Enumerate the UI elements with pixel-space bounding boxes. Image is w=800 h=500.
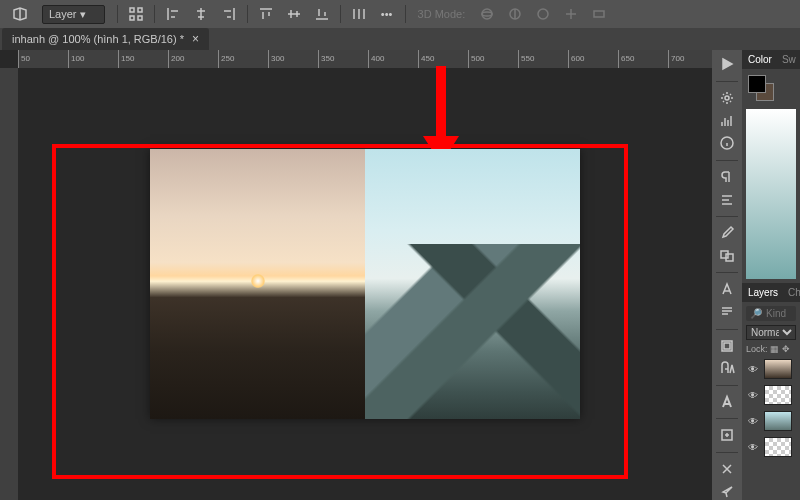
separator bbox=[117, 5, 118, 23]
clone-source-icon[interactable] bbox=[714, 248, 740, 265]
svg-rect-2 bbox=[130, 16, 134, 20]
color-picker-field[interactable] bbox=[746, 109, 796, 279]
align-top-icon[interactable] bbox=[254, 3, 278, 25]
ruler-tick: 150 bbox=[118, 50, 168, 68]
document-tabstrip: inhanh @ 100% (hình 1, RGB/16) * × bbox=[0, 28, 800, 50]
separator bbox=[340, 5, 341, 23]
character-icon[interactable] bbox=[714, 281, 740, 298]
options-bar: Layer ▾ ••• 3D Mode: bbox=[0, 0, 800, 28]
separator bbox=[154, 5, 155, 23]
svg-rect-1 bbox=[138, 8, 142, 12]
layer-thumbnail[interactable] bbox=[764, 359, 792, 379]
svg-rect-3 bbox=[138, 16, 142, 20]
tab-color[interactable]: Color bbox=[748, 54, 772, 65]
layer-row[interactable]: 👁 bbox=[746, 358, 796, 380]
ruler-tick: 650 bbox=[618, 50, 668, 68]
ruler-tick: 300 bbox=[268, 50, 318, 68]
separator bbox=[405, 5, 406, 23]
layers-panel-body: 🔎 Normal Lock: ▦ ✥ 👁 👁 👁 bbox=[742, 302, 800, 500]
roll-3d-icon bbox=[503, 3, 527, 25]
blend-mode-select[interactable]: Normal bbox=[746, 325, 796, 340]
separator bbox=[716, 418, 738, 419]
histogram-icon[interactable] bbox=[714, 112, 740, 129]
align-hcenter-icon[interactable] bbox=[189, 3, 213, 25]
layers-filter-row[interactable]: 🔎 bbox=[746, 306, 796, 321]
svg-point-7 bbox=[538, 9, 548, 19]
align-bottom-icon[interactable] bbox=[310, 3, 334, 25]
info-icon[interactable] bbox=[714, 135, 740, 152]
tab-swatches[interactable]: Sw bbox=[782, 54, 796, 65]
align-left-icon[interactable] bbox=[161, 3, 185, 25]
foreground-color-swatch[interactable] bbox=[748, 75, 766, 93]
document-tab[interactable]: inhanh @ 100% (hình 1, RGB/16) * × bbox=[2, 28, 209, 50]
align-vcenter-icon[interactable] bbox=[282, 3, 306, 25]
visibility-icon[interactable]: 👁 bbox=[746, 390, 760, 401]
visibility-icon[interactable]: 👁 bbox=[746, 442, 760, 453]
styles-icon[interactable] bbox=[714, 394, 740, 411]
layer-comps-icon[interactable] bbox=[714, 337, 740, 354]
play-icon[interactable] bbox=[714, 56, 740, 73]
layer-thumbnail[interactable] bbox=[764, 385, 792, 405]
auto-select-icon[interactable] bbox=[8, 3, 32, 25]
image-sunset bbox=[150, 149, 365, 419]
canvas-document[interactable] bbox=[150, 149, 580, 419]
color-panel-tabs: Color Sw bbox=[742, 50, 800, 69]
align-panel-icon[interactable] bbox=[714, 191, 740, 208]
ruler-tick: 600 bbox=[568, 50, 618, 68]
ruler-tick: 500 bbox=[468, 50, 518, 68]
transform-controls-icon[interactable] bbox=[124, 3, 148, 25]
brush-settings-icon[interactable] bbox=[714, 90, 740, 107]
paragraph-icon[interactable] bbox=[714, 169, 740, 186]
ruler-tick: 100 bbox=[68, 50, 118, 68]
svg-point-9 bbox=[725, 96, 729, 100]
panel-dock: Color Sw Layers Ch 🔎 Normal Lock: ▦ ✥ bbox=[742, 50, 800, 500]
canvas-viewport[interactable] bbox=[18, 68, 712, 500]
image-mountains bbox=[365, 149, 580, 419]
layer-thumbnail[interactable] bbox=[764, 437, 792, 457]
separator bbox=[716, 272, 738, 273]
layer-row[interactable]: 👁 bbox=[746, 384, 796, 406]
fg-bg-swatches[interactable] bbox=[742, 69, 800, 109]
more-align-button[interactable]: ••• bbox=[375, 3, 399, 25]
glyphs-icon[interactable] bbox=[714, 360, 740, 377]
layer-row[interactable]: 👁 bbox=[746, 410, 796, 432]
document-tab-title: inhanh @ 100% (hình 1, RGB/16) * bbox=[12, 33, 184, 45]
slide-3d-icon bbox=[559, 3, 583, 25]
visibility-icon[interactable]: 👁 bbox=[746, 416, 760, 427]
tool-presets-icon[interactable] bbox=[714, 461, 740, 478]
more-label: ••• bbox=[381, 8, 393, 20]
svg-rect-0 bbox=[130, 8, 134, 12]
paragraph2-icon[interactable] bbox=[714, 304, 740, 321]
mode3d-label: 3D Mode: bbox=[412, 8, 472, 20]
tab-layers[interactable]: Layers bbox=[748, 287, 778, 298]
separator bbox=[716, 385, 738, 386]
layer-row[interactable]: 👁 bbox=[746, 436, 796, 458]
brushes-icon[interactable] bbox=[714, 225, 740, 242]
separator bbox=[716, 160, 738, 161]
separator bbox=[716, 329, 738, 330]
ruler-tick: 350 bbox=[318, 50, 368, 68]
ruler-tick: 400 bbox=[368, 50, 418, 68]
horizontal-ruler: 5010015020025030035040045050055060065070… bbox=[18, 50, 712, 68]
ruler-tick: 250 bbox=[218, 50, 268, 68]
lock-position-icon[interactable]: ✥ bbox=[782, 344, 790, 354]
close-tab-icon[interactable]: × bbox=[192, 32, 199, 46]
visibility-icon[interactable]: 👁 bbox=[746, 364, 760, 375]
tab-channels[interactable]: Ch bbox=[788, 287, 800, 298]
ruler-tick: 700 bbox=[668, 50, 712, 68]
ruler-tick: 50 bbox=[18, 50, 68, 68]
actions-icon[interactable] bbox=[714, 427, 740, 444]
layers-panel-tabs: Layers Ch bbox=[742, 283, 800, 302]
layers-filter-input[interactable] bbox=[766, 308, 792, 319]
vertical-ruler bbox=[0, 68, 18, 500]
layer-thumbnail[interactable] bbox=[764, 411, 792, 431]
distribute-h-icon[interactable] bbox=[347, 3, 371, 25]
auto-select-dropdown[interactable]: Layer ▾ bbox=[36, 5, 111, 24]
navigator-icon[interactable] bbox=[714, 483, 740, 500]
lock-pixels-icon[interactable]: ▦ bbox=[770, 344, 779, 354]
align-right-icon[interactable] bbox=[217, 3, 241, 25]
svg-rect-8 bbox=[594, 11, 604, 17]
svg-rect-14 bbox=[724, 343, 730, 349]
search-icon: 🔎 bbox=[750, 308, 762, 319]
separator bbox=[716, 216, 738, 217]
